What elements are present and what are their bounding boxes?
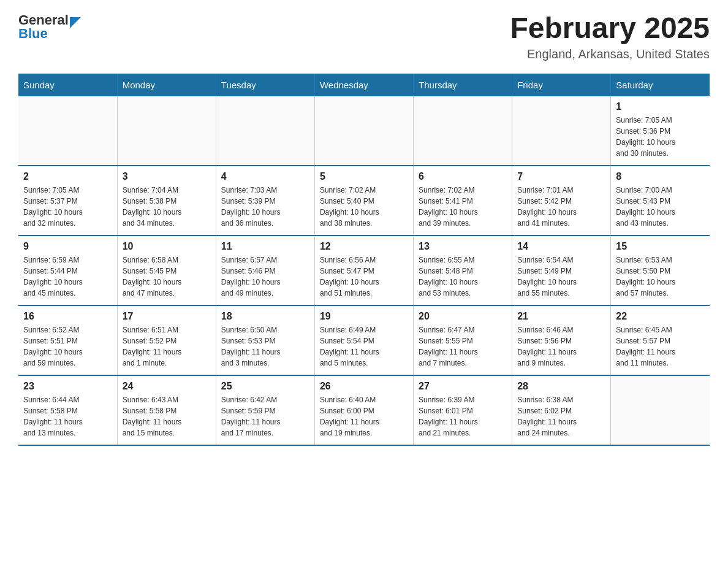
- page-header: General Blue February 2025 England, Arka…: [18, 12, 710, 61]
- day-number: 4: [221, 171, 309, 182]
- day-info: Sunrise: 7:04 AMSunset: 5:38 PMDaylight:…: [123, 185, 211, 229]
- calendar-cell: 22Sunrise: 6:45 AMSunset: 5:57 PMDayligh…: [611, 305, 710, 375]
- day-info: Sunrise: 6:59 AMSunset: 5:44 PMDaylight:…: [23, 255, 112, 299]
- calendar-week-row: 2Sunrise: 7:05 AMSunset: 5:37 PMDaylight…: [18, 166, 710, 236]
- calendar-cell: 12Sunrise: 6:56 AMSunset: 5:47 PMDayligh…: [314, 236, 413, 305]
- calendar-cell: 27Sunrise: 6:39 AMSunset: 6:01 PMDayligh…: [414, 375, 512, 445]
- day-info: Sunrise: 7:05 AMSunset: 5:36 PMDaylight:…: [616, 115, 705, 159]
- calendar-cell: 21Sunrise: 6:46 AMSunset: 5:56 PMDayligh…: [512, 305, 611, 375]
- day-number: 14: [517, 241, 605, 252]
- calendar-cell: 15Sunrise: 6:53 AMSunset: 5:50 PMDayligh…: [611, 236, 710, 305]
- calendar-cell: 14Sunrise: 6:54 AMSunset: 5:49 PMDayligh…: [512, 236, 611, 305]
- day-info: Sunrise: 6:54 AMSunset: 5:49 PMDaylight:…: [517, 255, 605, 299]
- day-number: 12: [320, 241, 408, 252]
- day-info: Sunrise: 6:47 AMSunset: 5:55 PMDaylight:…: [419, 324, 507, 369]
- day-number: 23: [23, 381, 112, 392]
- day-info: Sunrise: 6:42 AMSunset: 5:59 PMDaylight:…: [221, 394, 309, 439]
- weekday-header-thursday: Thursday: [414, 74, 512, 96]
- calendar-cell: 13Sunrise: 6:55 AMSunset: 5:48 PMDayligh…: [414, 236, 512, 305]
- day-info: Sunrise: 7:03 AMSunset: 5:39 PMDaylight:…: [221, 185, 309, 229]
- calendar-cell: [414, 96, 512, 166]
- day-number: 6: [419, 171, 507, 182]
- calendar-table: SundayMondayTuesdayWednesdayThursdayFrid…: [18, 74, 710, 446]
- calendar-cell: 5Sunrise: 7:02 AMSunset: 5:40 PMDaylight…: [314, 166, 413, 236]
- calendar-cell: [314, 96, 413, 166]
- day-info: Sunrise: 6:45 AMSunset: 5:57 PMDaylight:…: [616, 324, 705, 369]
- day-info: Sunrise: 6:56 AMSunset: 5:47 PMDaylight:…: [320, 255, 408, 299]
- day-number: 3: [123, 171, 211, 182]
- day-number: 19: [320, 311, 408, 322]
- calendar-cell: 18Sunrise: 6:50 AMSunset: 5:53 PMDayligh…: [216, 305, 314, 375]
- day-number: 2: [23, 171, 112, 182]
- calendar-week-row: 9Sunrise: 6:59 AMSunset: 5:44 PMDaylight…: [18, 236, 710, 305]
- day-info: Sunrise: 7:01 AMSunset: 5:42 PMDaylight:…: [517, 185, 605, 229]
- day-info: Sunrise: 6:44 AMSunset: 5:58 PMDaylight:…: [23, 394, 112, 439]
- day-number: 7: [517, 171, 605, 182]
- day-number: 8: [616, 171, 705, 182]
- calendar-cell: 24Sunrise: 6:43 AMSunset: 5:58 PMDayligh…: [117, 375, 216, 445]
- calendar-week-row: 23Sunrise: 6:44 AMSunset: 5:58 PMDayligh…: [18, 375, 710, 445]
- calendar-cell: 10Sunrise: 6:58 AMSunset: 5:45 PMDayligh…: [117, 236, 216, 305]
- day-info: Sunrise: 6:57 AMSunset: 5:46 PMDaylight:…: [221, 255, 309, 299]
- calendar-cell: 4Sunrise: 7:03 AMSunset: 5:39 PMDaylight…: [216, 166, 314, 236]
- day-info: Sunrise: 6:58 AMSunset: 5:45 PMDaylight:…: [123, 255, 211, 299]
- calendar-cell: [512, 96, 611, 166]
- day-info: Sunrise: 6:38 AMSunset: 6:02 PMDaylight:…: [517, 394, 605, 439]
- day-number: 13: [419, 241, 507, 252]
- weekday-header-sunday: Sunday: [18, 74, 117, 96]
- title-area: February 2025 England, Arkansas, United …: [510, 12, 710, 61]
- day-info: Sunrise: 6:55 AMSunset: 5:48 PMDaylight:…: [419, 255, 507, 299]
- calendar-header: SundayMondayTuesdayWednesdayThursdayFrid…: [18, 74, 710, 96]
- day-info: Sunrise: 6:43 AMSunset: 5:58 PMDaylight:…: [123, 394, 211, 439]
- calendar-cell: 17Sunrise: 6:51 AMSunset: 5:52 PMDayligh…: [117, 305, 216, 375]
- day-info: Sunrise: 7:05 AMSunset: 5:37 PMDaylight:…: [23, 185, 112, 229]
- calendar-week-row: 16Sunrise: 6:52 AMSunset: 5:51 PMDayligh…: [18, 305, 710, 375]
- calendar-cell: [216, 96, 314, 166]
- calendar-cell: 19Sunrise: 6:49 AMSunset: 5:54 PMDayligh…: [314, 305, 413, 375]
- calendar-cell: 25Sunrise: 6:42 AMSunset: 5:59 PMDayligh…: [216, 375, 314, 445]
- calendar-cell: 2Sunrise: 7:05 AMSunset: 5:37 PMDaylight…: [18, 166, 117, 236]
- weekday-header-wednesday: Wednesday: [314, 74, 413, 96]
- day-info: Sunrise: 6:49 AMSunset: 5:54 PMDaylight:…: [320, 324, 408, 369]
- day-number: 26: [320, 381, 408, 392]
- day-info: Sunrise: 6:51 AMSunset: 5:52 PMDaylight:…: [123, 324, 211, 369]
- day-number: 1: [616, 101, 705, 112]
- calendar-cell: 28Sunrise: 6:38 AMSunset: 6:02 PMDayligh…: [512, 375, 611, 445]
- day-number: 27: [419, 381, 507, 392]
- day-info: Sunrise: 6:46 AMSunset: 5:56 PMDaylight:…: [517, 324, 605, 369]
- day-number: 5: [320, 171, 408, 182]
- logo: General Blue: [18, 12, 81, 42]
- day-info: Sunrise: 6:40 AMSunset: 6:00 PMDaylight:…: [320, 394, 408, 439]
- calendar-cell: [611, 375, 710, 445]
- day-number: 22: [616, 311, 705, 322]
- day-number: 10: [123, 241, 211, 252]
- calendar-cell: 9Sunrise: 6:59 AMSunset: 5:44 PMDaylight…: [18, 236, 117, 305]
- day-number: 24: [123, 381, 211, 392]
- calendar-cell: 8Sunrise: 7:00 AMSunset: 5:43 PMDaylight…: [611, 166, 710, 236]
- day-number: 18: [221, 311, 309, 322]
- calendar-week-row: 1Sunrise: 7:05 AMSunset: 5:36 PMDaylight…: [18, 96, 710, 166]
- calendar-cell: [18, 96, 117, 166]
- day-number: 9: [23, 241, 112, 252]
- day-info: Sunrise: 7:02 AMSunset: 5:41 PMDaylight:…: [419, 185, 507, 229]
- day-info: Sunrise: 6:50 AMSunset: 5:53 PMDaylight:…: [221, 324, 309, 369]
- calendar-cell: 7Sunrise: 7:01 AMSunset: 5:42 PMDaylight…: [512, 166, 611, 236]
- calendar-title: February 2025: [510, 12, 710, 45]
- calendar-body: 1Sunrise: 7:05 AMSunset: 5:36 PMDaylight…: [18, 96, 710, 445]
- day-number: 17: [123, 311, 211, 322]
- day-number: 20: [419, 311, 507, 322]
- day-number: 15: [616, 241, 705, 252]
- logo-blue-text: Blue: [18, 26, 81, 42]
- weekday-header-tuesday: Tuesday: [216, 74, 314, 96]
- calendar-cell: 6Sunrise: 7:02 AMSunset: 5:41 PMDaylight…: [414, 166, 512, 236]
- calendar-cell: 11Sunrise: 6:57 AMSunset: 5:46 PMDayligh…: [216, 236, 314, 305]
- day-info: Sunrise: 7:00 AMSunset: 5:43 PMDaylight:…: [616, 185, 705, 229]
- calendar-subtitle: England, Arkansas, United States: [510, 47, 710, 61]
- calendar-cell: 3Sunrise: 7:04 AMSunset: 5:38 PMDaylight…: [117, 166, 216, 236]
- calendar-cell: [117, 96, 216, 166]
- calendar-cell: 23Sunrise: 6:44 AMSunset: 5:58 PMDayligh…: [18, 375, 117, 445]
- day-number: 21: [517, 311, 605, 322]
- weekday-header-friday: Friday: [512, 74, 611, 96]
- day-info: Sunrise: 6:39 AMSunset: 6:01 PMDaylight:…: [419, 394, 507, 439]
- weekday-header-row: SundayMondayTuesdayWednesdayThursdayFrid…: [18, 74, 710, 96]
